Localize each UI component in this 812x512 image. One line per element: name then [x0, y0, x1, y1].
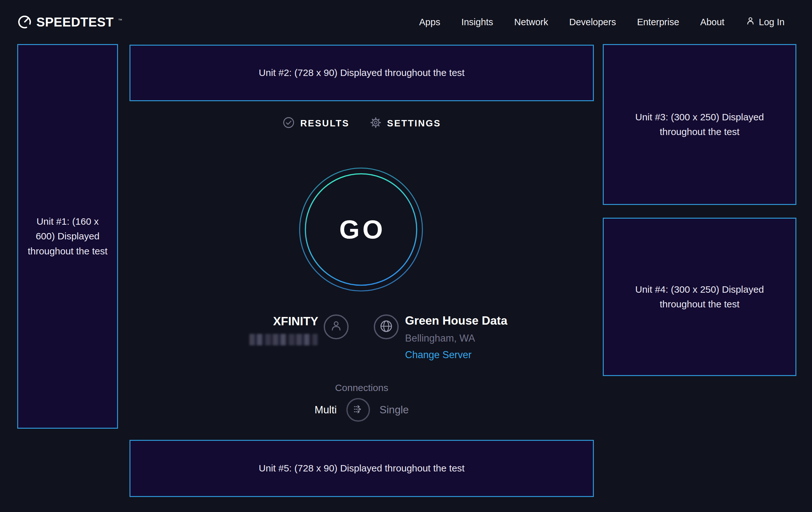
- logo-text: SPEEDTEST: [36, 15, 114, 29]
- server-location: Bellingham, WA: [405, 332, 475, 344]
- connections-toggle[interactable]: [346, 398, 370, 422]
- server-name: Green House Data: [405, 314, 508, 327]
- ad-unit-4-label: Unit #4: (300 x 250) Displayed throughou…: [634, 282, 765, 312]
- check-circle-icon: [282, 116, 295, 130]
- ad-unit-3-label: Unit #3: (300 x 250) Displayed throughou…: [634, 110, 765, 139]
- login-button[interactable]: Log In: [745, 16, 785, 28]
- ad-unit-1-label: Unit #1: (160 x 600) Displayed throughou…: [27, 214, 108, 259]
- login-label: Log In: [759, 17, 785, 27]
- go-button[interactable]: GO: [299, 167, 423, 292]
- person-icon: [329, 319, 343, 334]
- header: SPEEDTEST ™ Apps Insights Network Develo…: [0, 0, 812, 44]
- tabs-bar: RESULTS SETTINGS: [129, 116, 594, 130]
- nav-developers[interactable]: Developers: [569, 17, 616, 27]
- logo-trademark: ™: [118, 18, 122, 23]
- isp-avatar: [324, 315, 349, 339]
- ad-unit-1: Unit #1: (160 x 600) Displayed throughou…: [17, 44, 118, 429]
- speedometer-icon: [17, 15, 32, 29]
- connections-single-option[interactable]: Single: [379, 404, 409, 416]
- nav-network[interactable]: Network: [514, 17, 548, 27]
- nav-apps[interactable]: Apps: [419, 17, 440, 27]
- nav-enterprise[interactable]: Enterprise: [637, 17, 679, 27]
- ad-unit-4: Unit #4: (300 x 250) Displayed throughou…: [603, 218, 796, 376]
- ad-unit-3: Unit #3: (300 x 250) Displayed throughou…: [603, 44, 796, 205]
- speedtest-logo[interactable]: SPEEDTEST ™: [17, 15, 122, 29]
- user-icon: [745, 16, 756, 28]
- isp-name: XFINITY: [248, 315, 318, 328]
- ad-unit-2-label: Unit #2: (728 x 90) Displayed throughout…: [259, 65, 464, 80]
- globe-icon: [379, 319, 394, 335]
- main-nav: Apps Insights Network Developers Enterpr…: [419, 16, 785, 28]
- multi-arrows-icon: [351, 403, 365, 417]
- isp-redacted-detail: [250, 334, 318, 345]
- tab-results-label: RESULTS: [300, 118, 349, 129]
- connections-multi-option[interactable]: Multi: [315, 404, 337, 416]
- server-avatar: [374, 315, 399, 339]
- ad-unit-2: Unit #2: (728 x 90) Displayed throughout…: [129, 45, 594, 101]
- connections-label: Connections: [129, 382, 594, 393]
- tab-settings[interactable]: SETTINGS: [369, 116, 441, 130]
- change-server-link[interactable]: Change Server: [405, 349, 472, 361]
- gear-icon: [369, 116, 382, 130]
- ad-unit-5: Unit #5: (728 x 90) Displayed throughout…: [129, 440, 594, 497]
- ad-unit-5-label: Unit #5: (728 x 90) Displayed throughout…: [259, 461, 464, 476]
- nav-about[interactable]: About: [700, 17, 725, 27]
- tab-results[interactable]: RESULTS: [282, 116, 349, 130]
- speedtest-page: { "brand": { "name": "SPEEDTEST", "trade…: [0, 0, 812, 512]
- nav-insights[interactable]: Insights: [461, 17, 493, 27]
- tab-settings-label: SETTINGS: [387, 118, 441, 129]
- go-label: GO: [299, 167, 423, 292]
- connections-toggle-row: Multi Single: [129, 398, 594, 422]
